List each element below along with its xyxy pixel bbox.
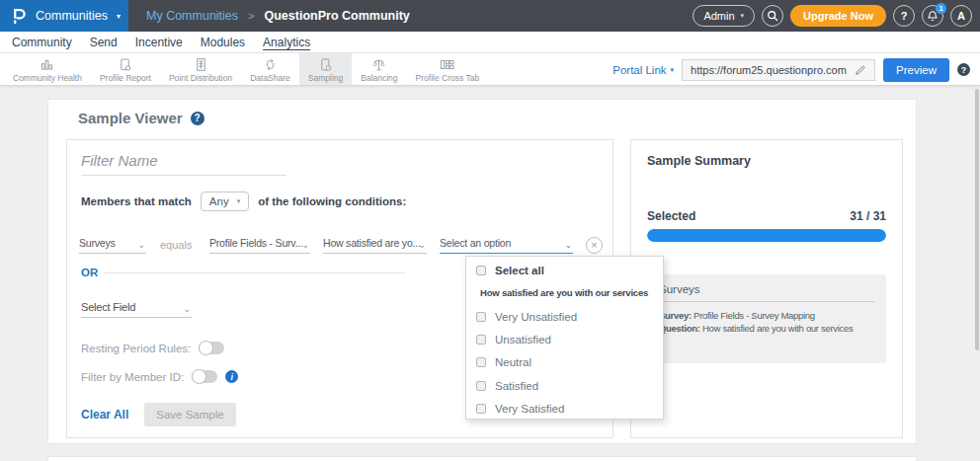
portal-link-dropdown[interactable]: Portal Link ▾ <box>612 64 674 76</box>
condition-field-select[interactable]: Surveys ⌄ <box>79 237 146 254</box>
option-neutral[interactable]: Neutral <box>476 354 531 370</box>
member-id-toggle[interactable] <box>192 370 217 383</box>
toolbar-help-icon[interactable]: ? <box>957 63 970 76</box>
match-prefix: Members that match <box>81 195 192 207</box>
preview-button[interactable]: Preview <box>883 58 949 82</box>
resting-period-row: Resting Period Rules: <box>81 342 224 354</box>
avatar[interactable]: A <box>950 5 972 27</box>
tab-label: Community Health <box>13 73 82 83</box>
match-suffix: of the following conditions: <box>258 195 406 207</box>
help-button[interactable]: ? <box>893 5 915 27</box>
detail-row-question: Question: How satisfied are you with our… <box>659 322 874 335</box>
portal-url-input[interactable] <box>683 64 847 76</box>
notifications-button[interactable]: 1 <box>922 5 943 27</box>
tab-community-health[interactable]: Community Health <box>4 53 91 85</box>
select-field-label: Select Field <box>81 301 135 313</box>
option-very-satisfied[interactable]: Very Satisfied <box>476 401 564 417</box>
tab-profile-cross-tab[interactable]: Profile Cross Tab <box>407 53 489 85</box>
checkbox-icon[interactable] <box>476 404 486 414</box>
tab-point-distribution[interactable]: Point Distribution <box>160 53 241 85</box>
toggle-knob <box>199 341 213 355</box>
match-select[interactable]: Any ▾ <box>201 192 249 211</box>
search-button[interactable] <box>762 5 783 27</box>
sample-summary-panel: Sample Summary Selected 31 / 31 Surveys … <box>630 139 903 438</box>
toggle-knob <box>192 369 206 384</box>
grid-document-icon <box>194 57 208 72</box>
tab-label: Profile Report <box>100 73 151 83</box>
upgrade-now-button[interactable]: Upgrade Now <box>790 5 886 27</box>
option-label: Very Satisfied <box>495 403 564 415</box>
info-icon[interactable]: i <box>225 370 238 383</box>
avatar-initial: A <box>957 10 965 22</box>
checkbox-icon[interactable] <box>476 335 486 345</box>
option-label: Neutral <box>495 356 531 368</box>
communities-menu[interactable]: Communities ▾ <box>0 0 128 32</box>
checkbox-icon[interactable] <box>476 381 486 391</box>
tab-label: Sampling <box>308 73 343 83</box>
tab-label: Profile Cross Tab <box>416 73 480 83</box>
tab-sampling[interactable]: Sampling <box>299 53 352 85</box>
detail-row-value: How satisfied are you with our services <box>702 323 854 334</box>
admin-menu-button[interactable]: Admin ▾ <box>693 5 755 27</box>
progress-fill <box>647 229 886 242</box>
condition-field-value: Surveys <box>79 237 116 249</box>
or-divider <box>105 272 405 273</box>
tab-datashare[interactable]: DataShare <box>241 53 299 85</box>
search-icon <box>767 10 778 22</box>
add-or-condition-link[interactable]: OR <box>81 267 98 278</box>
remove-condition-button[interactable]: × <box>586 237 603 254</box>
option-unsatisfied[interactable]: Unsatisfied <box>476 332 551 347</box>
clear-all-link[interactable]: Clear All <box>81 408 128 422</box>
sync-arrows-icon <box>263 57 278 72</box>
tab-label: Point Distribution <box>169 73 232 83</box>
option-very-unsatisfied[interactable]: Very Unsatisfied <box>476 309 577 325</box>
edit-url-button[interactable] <box>847 60 874 80</box>
detail-row-survey: Survey: Profile Fields - Survey Mapping <box>659 309 874 322</box>
checkbox-icon[interactable] <box>476 357 486 367</box>
sample-viewer-card: Sample Viewer ? Members that match Any ▾… <box>47 99 917 444</box>
cross-tab-grid-icon <box>439 57 455 72</box>
close-icon: × <box>591 239 597 251</box>
option-satisfied[interactable]: Satisfied <box>476 378 538 394</box>
condition-value-select[interactable]: Select an option ⌄ <box>440 237 573 254</box>
tab-balancing[interactable]: Balancing <box>352 53 406 85</box>
portal-link-area: Portal Link ▾ Preview ? <box>612 53 970 86</box>
checkbox-icon[interactable] <box>476 266 486 275</box>
select-field-dropdown[interactable]: Select Field ⌄ <box>81 301 192 318</box>
dropdown-group-header: How satisfied are you with our services <box>480 287 648 298</box>
clipboard-clock-icon <box>318 57 333 72</box>
caret-down-icon: ▾ <box>671 66 675 74</box>
selected-row: Selected 31 / 31 <box>647 209 886 223</box>
nav-incentive[interactable]: Incentive <box>135 36 183 49</box>
detail-rows: Survey: Profile Fields - Survey Mapping … <box>659 309 874 335</box>
portal-link-label: Portal Link <box>612 64 666 76</box>
filter-name-input[interactable] <box>81 150 286 176</box>
breadcrumb-my-communities[interactable]: My Communities <box>146 9 238 23</box>
chevron-down-icon: ⌄ <box>183 304 191 314</box>
screen: Communities ▾ My Communities > QuestionP… <box>0 0 980 461</box>
chevron-down-icon: ⌄ <box>564 240 572 250</box>
sample-viewer-help-icon[interactable]: ? <box>191 112 204 125</box>
summary-detail-box: Surveys Survey: Profile Fields - Survey … <box>647 274 886 363</box>
topbar: Communities ▾ My Communities > QuestionP… <box>0 0 980 32</box>
option-label: Unsatisfied <box>495 334 551 346</box>
tab-profile-report[interactable]: Profile Report <box>91 53 160 85</box>
nav-modules[interactable]: Modules <box>201 36 245 49</box>
select-all-option[interactable]: Select all <box>476 263 544 278</box>
report-document-icon <box>118 57 132 72</box>
resting-period-label: Resting Period Rules: <box>81 343 191 354</box>
nav-send[interactable]: Send <box>90 36 118 49</box>
condition-survey-select[interactable]: Profile Fields - Surv... ⌄ <box>209 237 310 254</box>
chevron-down-icon: ⌄ <box>418 240 426 250</box>
balance-scale-icon <box>371 57 386 72</box>
condition-question-select[interactable]: How satisfied are yo... ⌄ <box>323 237 427 254</box>
vertical-scrollbar[interactable] <box>975 89 979 350</box>
selected-label: Selected <box>647 209 695 223</box>
help-icon: ? <box>901 10 908 22</box>
checkbox-icon[interactable] <box>476 312 486 322</box>
detail-row-label: Question: <box>659 323 700 334</box>
save-sample-button[interactable]: Save Sample <box>144 403 235 426</box>
nav-analytics[interactable]: Analytics <box>263 36 310 49</box>
nav-community[interactable]: Community <box>12 36 72 49</box>
resting-period-toggle[interactable] <box>199 342 224 354</box>
